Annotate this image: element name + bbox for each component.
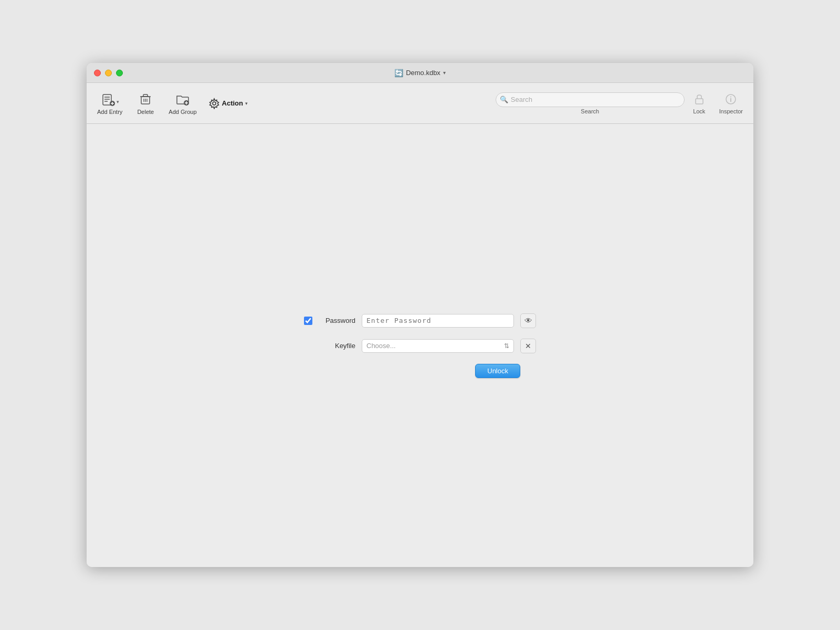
password-input[interactable] xyxy=(362,314,514,328)
clear-keyfile-button[interactable]: ✕ xyxy=(520,339,536,353)
svg-rect-9 xyxy=(143,94,148,97)
search-input-wrap: 🔍 xyxy=(496,92,685,107)
add-entry-dropdown-icon[interactable]: ▾ xyxy=(117,99,119,104)
password-checkbox[interactable] xyxy=(304,317,312,325)
unlock-row: Unlock xyxy=(475,364,536,378)
password-row: Password 👁 xyxy=(304,313,536,328)
search-icon: 🔍 xyxy=(500,96,508,103)
unlock-button[interactable]: Unlock xyxy=(475,364,520,378)
eye-icon: 👁 xyxy=(524,316,532,325)
delete-icon xyxy=(138,92,153,107)
close-button[interactable] xyxy=(94,69,101,76)
search-input[interactable] xyxy=(496,92,685,107)
main-window: 🔄 Demo.kdbx ▾ ▾ xyxy=(87,63,753,567)
clear-icon: ✕ xyxy=(525,342,531,350)
action-gear-icon xyxy=(208,98,220,109)
keyfile-placeholder: Choose... xyxy=(366,342,396,350)
toggle-password-button[interactable]: 👁 xyxy=(520,313,536,328)
traffic-lights xyxy=(94,69,123,76)
svg-rect-17 xyxy=(696,99,703,104)
unlock-form: Password 👁 Keyfile Choose... ⇅ ✕ xyxy=(304,313,536,378)
add-entry-icon-wrap: ▾ xyxy=(101,92,119,107)
add-entry-button[interactable]: ▾ Add Entry xyxy=(92,89,128,118)
add-group-button[interactable]: Add Group xyxy=(163,89,202,118)
password-label: Password xyxy=(319,317,355,324)
inspector-label: Inspector xyxy=(719,108,743,114)
delete-button[interactable]: Delete xyxy=(130,89,161,118)
action-dropdown-icon[interactable]: ▾ xyxy=(245,101,248,106)
title-icon: 🔄 xyxy=(394,69,403,77)
inspector-icon xyxy=(723,92,738,107)
minimize-button[interactable] xyxy=(105,69,112,76)
action-label: Action xyxy=(222,99,243,107)
search-label: Search xyxy=(581,108,599,114)
lock-label: Lock xyxy=(693,108,705,114)
lock-button[interactable]: Lock xyxy=(687,89,712,118)
keyfile-arrows-icon: ⇅ xyxy=(504,342,509,350)
keyfile-label: Keyfile xyxy=(319,342,355,350)
delete-label: Delete xyxy=(137,109,154,115)
action-button[interactable]: Action ▾ xyxy=(204,94,252,112)
inspector-button[interactable]: Inspector xyxy=(714,89,748,118)
main-content: Password 👁 Keyfile Choose... ⇅ ✕ xyxy=(87,124,753,567)
toolbar: ▾ Add Entry Delete xyxy=(87,83,753,124)
title-label: Demo.kdbx xyxy=(406,69,440,77)
lock-icon xyxy=(692,92,707,107)
svg-point-20 xyxy=(730,97,731,98)
title-chevron-icon[interactable]: ▾ xyxy=(443,70,446,76)
add-group-label: Add Group xyxy=(169,109,196,115)
window-title: 🔄 Demo.kdbx ▾ xyxy=(394,69,446,77)
search-container: 🔍 Search xyxy=(496,92,685,114)
add-entry-label: Add Entry xyxy=(97,109,122,115)
keyfile-row: Keyfile Choose... ⇅ ✕ xyxy=(304,339,536,353)
keyfile-select[interactable]: Choose... ⇅ xyxy=(362,339,514,353)
add-entry-icon xyxy=(101,92,116,107)
svg-point-16 xyxy=(213,102,216,105)
maximize-button[interactable] xyxy=(116,69,123,76)
titlebar: 🔄 Demo.kdbx ▾ xyxy=(87,63,753,83)
add-group-icon xyxy=(175,92,190,107)
